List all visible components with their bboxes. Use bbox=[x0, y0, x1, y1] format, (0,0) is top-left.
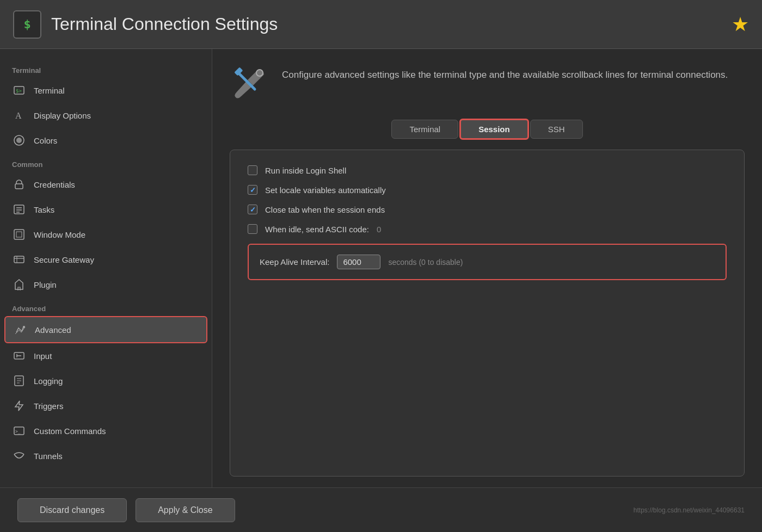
sidebar-item-terminal[interactable]: $> Terminal bbox=[0, 78, 212, 103]
close-tab-row: Close tab when the session ends bbox=[248, 205, 727, 214]
colors-icon bbox=[12, 133, 26, 147]
custom-commands-icon: >_ bbox=[12, 424, 26, 438]
sidebar-item-input-label: Input bbox=[34, 351, 52, 361]
apply-close-button[interactable]: Apply & Close bbox=[136, 498, 235, 522]
svg-rect-10 bbox=[14, 230, 24, 239]
login-shell-label: Run inside Login Shell bbox=[265, 166, 346, 175]
tab-ssh[interactable]: SSH bbox=[530, 120, 583, 139]
sidebar-item-colors[interactable]: Colors bbox=[0, 128, 212, 153]
svg-point-15 bbox=[23, 326, 25, 328]
main-layout: Terminal $> Terminal A Display Options bbox=[0, 49, 762, 487]
footer-buttons: Discard changes Apply & Close bbox=[17, 498, 235, 522]
svg-text:A: A bbox=[15, 111, 22, 120]
sidebar-item-display-options[interactable]: A Display Options bbox=[0, 103, 212, 128]
ascii-value: 0 bbox=[377, 225, 381, 234]
tasks-icon bbox=[12, 202, 26, 216]
sidebar-item-tunnels[interactable]: Tunnels bbox=[0, 443, 212, 468]
secure-gateway-icon bbox=[12, 252, 26, 267]
sidebar-item-custom-commands-label: Custom Commands bbox=[34, 426, 106, 436]
svg-rect-11 bbox=[16, 232, 22, 237]
sidebar-item-plugin[interactable]: Plugin bbox=[0, 272, 212, 297]
tunnels-icon bbox=[12, 449, 26, 463]
sidebar: Terminal $> Terminal A Display Options bbox=[0, 49, 212, 487]
footer-url: https://blog.csdn.net/weixin_44096631 bbox=[235, 506, 745, 514]
content-header: Configure advanced settings like the ter… bbox=[230, 64, 745, 103]
tab-terminal[interactable]: Terminal bbox=[391, 120, 458, 139]
app-icon: $ bbox=[13, 10, 41, 39]
sidebar-item-window-mode-label: Window Mode bbox=[34, 230, 85, 239]
plugin-icon bbox=[12, 277, 26, 292]
sidebar-item-secure-gateway-label: Secure Gateway bbox=[34, 255, 94, 264]
sidebar-item-tasks-label: Tasks bbox=[34, 205, 54, 214]
display-options-icon: A bbox=[12, 108, 26, 122]
sidebar-item-custom-commands[interactable]: >_ Custom Commands bbox=[0, 418, 212, 443]
session-settings-panel: Run inside Login Shell Set locale variab… bbox=[230, 150, 745, 477]
sidebar-item-window-mode[interactable]: Window Mode bbox=[0, 222, 212, 247]
ascii-label: When idle, send ASCII code: bbox=[265, 225, 369, 234]
sidebar-item-display-options-label: Display Options bbox=[34, 111, 91, 120]
close-tab-label: Close tab when the session ends bbox=[265, 205, 385, 214]
locale-vars-label: Set locale variables automatically bbox=[265, 185, 386, 195]
svg-text:>_: >_ bbox=[15, 429, 21, 434]
svg-text:$>: $> bbox=[16, 88, 22, 94]
logging-icon bbox=[12, 374, 26, 388]
sidebar-item-logging[interactable]: Logging bbox=[0, 368, 212, 393]
input-icon bbox=[12, 349, 26, 363]
svg-rect-5 bbox=[15, 184, 23, 189]
star-icon[interactable]: ★ bbox=[732, 13, 749, 36]
keepalive-label: Keep Alive Interval: bbox=[260, 257, 329, 267]
content-description: Configure advanced settings like the ter… bbox=[282, 64, 728, 82]
sidebar-item-triggers[interactable]: Triggers bbox=[0, 393, 212, 418]
close-tab-checkbox[interactable] bbox=[248, 205, 257, 214]
sidebar-section-common: Common bbox=[0, 153, 212, 172]
keepalive-row: Keep Alive Interval: seconds (0 to disab… bbox=[248, 244, 727, 280]
sidebar-item-advanced-label: Advanced bbox=[35, 325, 71, 335]
app-header: $ Terminal Connection Settings ★ bbox=[0, 0, 762, 49]
login-shell-row: Run inside Login Shell bbox=[248, 165, 727, 175]
sidebar-item-triggers-label: Triggers bbox=[34, 401, 63, 411]
terminal-dollar-icon: $ bbox=[23, 17, 30, 31]
window-mode-icon bbox=[12, 227, 26, 242]
keepalive-hint: seconds (0 to disable) bbox=[388, 258, 463, 267]
advanced-icon bbox=[13, 323, 27, 337]
discard-button[interactable]: Discard changes bbox=[17, 498, 127, 522]
page-title: Terminal Connection Settings bbox=[51, 14, 732, 34]
sidebar-section-terminal: Terminal bbox=[0, 59, 212, 78]
triggers-icon bbox=[12, 399, 26, 413]
sidebar-item-input[interactable]: Input bbox=[0, 343, 212, 368]
sidebar-item-plugin-label: Plugin bbox=[34, 280, 57, 289]
locale-vars-row: Set locale variables automatically bbox=[248, 185, 727, 195]
content-area: Configure advanced settings like the ter… bbox=[212, 49, 762, 487]
sidebar-item-secure-gateway[interactable]: Secure Gateway bbox=[0, 247, 212, 272]
svg-point-4 bbox=[16, 138, 22, 143]
footer: Discard changes Apply & Close https://bl… bbox=[0, 487, 762, 532]
svg-rect-12 bbox=[14, 256, 24, 263]
locale-vars-checkbox[interactable] bbox=[248, 185, 257, 195]
sidebar-item-credentials[interactable]: Credentials bbox=[0, 172, 212, 197]
sidebar-item-logging-label: Logging bbox=[34, 376, 63, 386]
credentials-icon bbox=[12, 177, 26, 191]
advanced-settings-icon bbox=[230, 64, 269, 103]
sidebar-item-tasks[interactable]: Tasks bbox=[0, 197, 212, 222]
tab-session[interactable]: Session bbox=[459, 119, 529, 140]
terminal-icon: $> bbox=[12, 83, 26, 97]
sidebar-item-terminal-label: Terminal bbox=[34, 86, 65, 95]
ascii-checkbox[interactable] bbox=[248, 224, 257, 234]
login-shell-checkbox[interactable] bbox=[248, 165, 257, 175]
sidebar-section-advanced: Advanced bbox=[0, 297, 212, 316]
sidebar-item-tunnels-label: Tunnels bbox=[34, 451, 63, 461]
sidebar-item-colors-label: Colors bbox=[34, 136, 57, 145]
sidebar-item-advanced[interactable]: Advanced bbox=[4, 316, 207, 343]
ascii-row: When idle, send ASCII code: 0 bbox=[248, 224, 727, 234]
sidebar-item-credentials-label: Credentials bbox=[34, 180, 75, 189]
tabs-row: Terminal Session SSH bbox=[230, 119, 745, 140]
keepalive-input[interactable] bbox=[337, 255, 380, 269]
